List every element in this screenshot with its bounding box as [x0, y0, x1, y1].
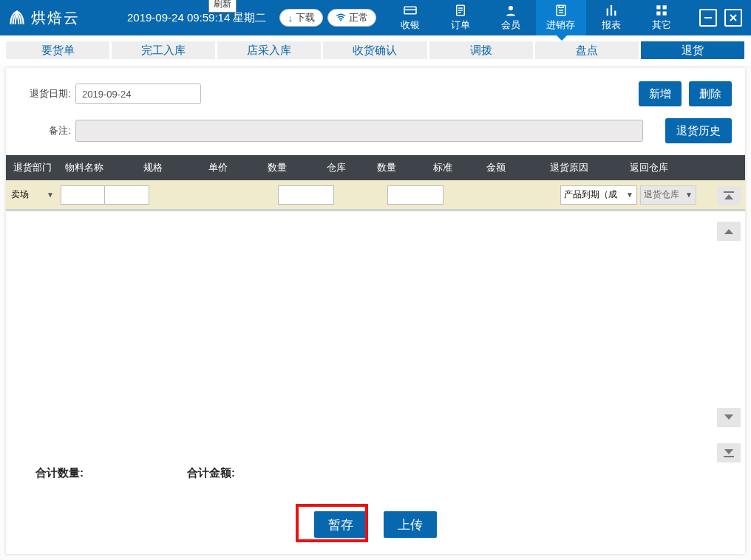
tab-transfer[interactable]: 调拨 — [429, 41, 534, 59]
close-button[interactable] — [724, 9, 742, 27]
logo-icon — [7, 8, 27, 27]
total-amt-label: 合计金额: — [187, 466, 235, 480]
chevron-down-icon: ▼ — [47, 191, 54, 199]
upload-button[interactable]: 上传 — [384, 511, 437, 538]
cashier-icon — [403, 4, 418, 17]
wifi-icon — [336, 12, 346, 24]
qty2-input[interactable] — [387, 185, 444, 205]
col-dept: 退货部门 — [9, 161, 61, 174]
chevron-down-icon: ▼ — [626, 191, 633, 199]
sub-tabs: 要货单 完工入库 店采入库 收货确认 调拨 盘点 退货 — [0, 35, 751, 65]
report-icon — [604, 4, 619, 17]
svg-rect-12 — [724, 456, 734, 457]
col-qty: 数量 — [263, 161, 322, 174]
download-button[interactable]: ↓ 下载 — [279, 9, 323, 27]
tab-store-in[interactable]: 店采入库 — [217, 41, 322, 59]
app-logo: 烘焙云 — [0, 0, 90, 35]
tab-receive-conf[interactable]: 收货确认 — [323, 41, 427, 59]
material-name-inputs — [61, 185, 149, 205]
minimize-button[interactable] — [699, 9, 717, 27]
save-draft-button[interactable]: 暂存 — [314, 511, 367, 538]
tab-stocktake[interactable]: 盘点 — [535, 41, 639, 59]
svg-rect-2 — [404, 9, 416, 10]
inventory-icon — [554, 4, 568, 17]
orders-icon — [453, 4, 468, 17]
svg-rect-11 — [724, 191, 734, 193]
col-reason: 退货原因 — [546, 161, 625, 174]
scroll-down-button[interactable] — [717, 408, 741, 427]
scroll-top-button[interactable] — [717, 186, 741, 205]
status-pill: 正常 — [327, 9, 376, 27]
tab-finished-in[interactable]: 完工入库 — [112, 41, 216, 59]
main-nav: 收银 订单 会员 进销存 报表 其它 — [385, 0, 687, 35]
material-name-input-2[interactable] — [105, 185, 149, 205]
refresh-chip[interactable]: 刷新 — [208, 0, 237, 13]
delete-button[interactable]: 删除 — [689, 81, 732, 106]
chevron-down-icon: ▼ — [685, 191, 693, 199]
col-name: 物料名称 — [61, 161, 139, 174]
col-spec: 规格 — [139, 161, 204, 174]
col-price: 单价 — [204, 161, 263, 174]
new-button[interactable]: 新增 — [639, 81, 682, 106]
total-qty-label: 合计数量: — [35, 466, 84, 480]
reason-select[interactable]: 产品到期（成▼ — [560, 185, 637, 205]
nav-other[interactable]: 其它 — [636, 0, 687, 35]
return-warehouse-select[interactable]: 退货仓库▼ — [640, 185, 696, 205]
content-panel: 退货日期: 新增 删除 备注: 退货历史 退货部门 物料名称 规格 单价 数量 … — [6, 68, 745, 554]
dept-select[interactable]: 卖场▼ — [9, 185, 56, 205]
header-datetime: 2019-09-24 09:59:14 星期二 — [90, 11, 266, 25]
grid-header: 退货部门 物料名称 规格 单价 数量 仓库 数量 标准 金额 退货原因 返回仓库 — [6, 155, 745, 180]
nav-members[interactable]: 会员 — [486, 0, 536, 35]
scroll-bottom-button[interactable] — [717, 443, 741, 462]
return-history-button[interactable]: 退货历史 — [665, 118, 732, 143]
return-date-label: 退货日期: — [19, 87, 71, 100]
col-std: 标准 — [429, 161, 482, 174]
svg-rect-9 — [662, 12, 666, 16]
col-wh: 仓库 — [322, 161, 373, 174]
app-name: 烘焙云 — [31, 8, 80, 28]
svg-point-0 — [340, 19, 341, 21]
svg-rect-7 — [662, 5, 666, 9]
member-icon — [503, 4, 518, 17]
tab-return[interactable]: 退货 — [641, 41, 745, 59]
col-retwh: 返回仓库 — [625, 161, 686, 174]
col-qty2: 数量 — [373, 161, 429, 174]
download-label: 下载 — [296, 11, 315, 24]
download-icon: ↓ — [288, 13, 293, 24]
svg-rect-6 — [656, 5, 660, 9]
nav-cashier[interactable]: 收银 — [385, 0, 435, 35]
status-label: 正常 — [349, 11, 368, 24]
svg-rect-10 — [704, 17, 712, 18]
scroll-up-button[interactable] — [717, 222, 741, 241]
other-icon — [654, 4, 669, 17]
nav-inventory[interactable]: 进销存 — [536, 0, 586, 35]
qty-input[interactable] — [278, 185, 334, 205]
col-amt: 金额 — [482, 161, 546, 174]
material-name-input-1[interactable] — [61, 185, 105, 205]
nav-orders[interactable]: 订单 — [435, 0, 486, 35]
grid-row: 卖场▼ 产品到期（成▼ 退货仓库▼ — [6, 180, 745, 211]
svg-point-4 — [509, 6, 513, 10]
remark-input[interactable] — [75, 120, 643, 142]
active-nav-pointer — [557, 35, 567, 41]
tab-requisition[interactable]: 要货单 — [6, 41, 110, 59]
svg-rect-8 — [656, 12, 660, 16]
return-date-input[interactable] — [75, 83, 201, 104]
remark-label: 备注: — [19, 124, 71, 137]
nav-reports[interactable]: 报表 — [586, 0, 636, 35]
